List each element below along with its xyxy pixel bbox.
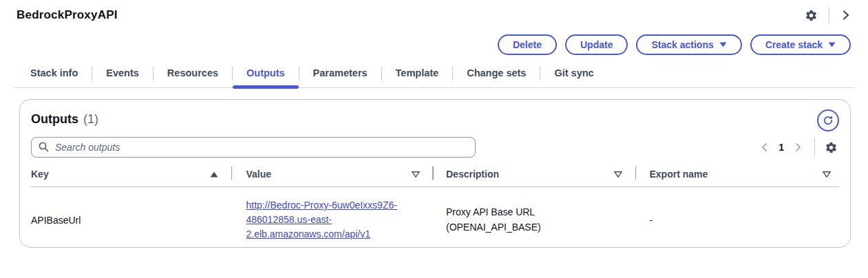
column-header-value[interactable]: Value: [232, 166, 434, 186]
previous-page-button[interactable]: [758, 140, 772, 154]
tab-change-sets[interactable]: Change sets: [453, 62, 540, 87]
column-label: Value: [246, 169, 271, 180]
output-description-cell: Proxy API Base URL (OPENAI_API_BASE): [434, 205, 637, 235]
column-label: Description: [446, 169, 499, 180]
settings-gear-icon[interactable]: [803, 8, 819, 23]
refresh-icon: [823, 115, 834, 126]
search-input[interactable]: [31, 137, 476, 158]
outputs-toolbar: 1: [31, 137, 839, 158]
outputs-panel-header: Outputs (1): [31, 109, 839, 131]
output-key-cell: APIBaseUrl: [31, 215, 232, 226]
stack-actions-dropdown-button[interactable]: Stack actions: [636, 34, 741, 55]
next-page-button[interactable]: [791, 140, 805, 154]
delete-button-label: Delete: [513, 39, 542, 50]
sort-triangle-down-icon: [412, 171, 420, 178]
tab-outputs[interactable]: Outputs: [233, 62, 299, 87]
column-header-export-name[interactable]: Export name: [636, 166, 839, 186]
stack-actions-label: Stack actions: [651, 39, 713, 50]
outputs-count: (1): [83, 112, 98, 127]
pagination-divider: [814, 138, 815, 156]
column-label: Export name: [649, 169, 708, 180]
column-header-description[interactable]: Description: [434, 166, 637, 186]
output-export-name-cell: -: [636, 215, 839, 226]
delete-button[interactable]: Delete: [498, 34, 557, 55]
update-button-label: Update: [580, 39, 613, 50]
sort-triangle-down-icon: [823, 171, 831, 178]
header-divider: [829, 7, 829, 23]
update-button[interactable]: Update: [565, 34, 628, 55]
chevron-right-icon: [792, 142, 803, 153]
column-header-key[interactable]: Key: [31, 166, 232, 186]
sort-ascending-icon: [210, 171, 218, 178]
pagination: 1: [758, 138, 839, 156]
output-value-link[interactable]: http://Bedroc-Proxy-6uw0eIxxs9Z6- 486012…: [246, 198, 434, 242]
description-line: Proxy API Base URL: [446, 205, 637, 220]
description-line: (OPENAI_API_BASE): [446, 220, 637, 235]
page-title: BedrockProxyAPI: [17, 8, 118, 22]
header-actions: [803, 7, 853, 23]
search-wrap: [31, 137, 476, 158]
current-page-number[interactable]: 1: [779, 142, 784, 153]
chevron-left-icon: [759, 142, 770, 153]
create-stack-label: Create stack: [765, 39, 823, 50]
tab-git-sync[interactable]: Git sync: [540, 62, 607, 87]
column-label: Key: [31, 169, 49, 180]
search-icon: [38, 141, 50, 156]
open-panel-chevron-right-icon[interactable]: [839, 8, 853, 22]
table-preferences-gear-icon[interactable]: [823, 140, 839, 156]
tab-events[interactable]: Events: [92, 62, 153, 87]
sort-triangle-down-icon: [614, 171, 622, 178]
value-line: http://Bedroc-Proxy-6uw0eIxxs9Z6-: [246, 198, 434, 213]
page-header: BedrockProxyAPI: [0, 0, 868, 23]
stack-actions-row: Delete Update Stack actions Create stack: [0, 23, 868, 55]
caret-down-icon: [828, 42, 836, 47]
outputs-title: Outputs: [31, 112, 78, 127]
tab-parameters[interactable]: Parameters: [299, 62, 381, 87]
tab-stack-info[interactable]: Stack info: [17, 62, 92, 87]
refresh-button[interactable]: [817, 109, 839, 131]
tab-template[interactable]: Template: [382, 62, 453, 87]
table-header-row: Key Value Description Export name: [31, 166, 839, 187]
value-line: 2.elb.amazonaws.com/api/v1: [246, 227, 434, 242]
value-line: 486012858.us-east-: [246, 213, 434, 227]
output-value-cell: http://Bedroc-Proxy-6uw0eIxxs9Z6- 486012…: [232, 198, 434, 242]
caret-down-icon: [719, 42, 727, 47]
create-stack-dropdown-button[interactable]: Create stack: [750, 34, 851, 55]
table-row: APIBaseUrl http://Bedroc-Proxy-6uw0eIxxs…: [31, 187, 839, 254]
tab-resources[interactable]: Resources: [154, 62, 232, 87]
outputs-panel: Outputs (1) 1: [19, 99, 851, 248]
stack-detail-tabs: Stack info Events Resources Outputs Para…: [14, 62, 854, 88]
